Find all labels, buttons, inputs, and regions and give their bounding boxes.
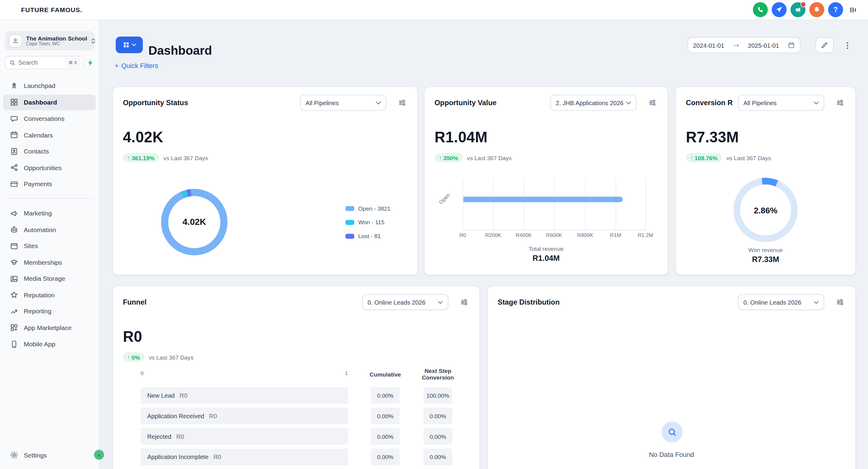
y-axis-label: Open — [438, 192, 451, 205]
metric-delta-row: ↑350% vs Last 367 Days — [435, 153, 512, 162]
quick-filters-link[interactable]: + Quick Filters — [115, 62, 158, 70]
sidebar-item-automation[interactable]: Automation — [3, 222, 96, 237]
workspace-logo-button[interactable] — [847, 2, 859, 17]
announcements-button[interactable] — [790, 2, 805, 17]
no-data-icon — [661, 421, 683, 443]
sidebar-item-payments[interactable]: Payments — [3, 176, 96, 192]
card-icon — [10, 180, 18, 188]
card-footer: Won revenue R7.33M — [676, 246, 855, 264]
stage-name: Rejected — [147, 433, 172, 440]
sidebar-item-reporting[interactable]: Reporting — [3, 303, 96, 319]
sidebar-item-launchpad[interactable]: Launchpad — [3, 78, 96, 93]
phone-dialer-button[interactable] — [753, 2, 768, 17]
x-tick: R600K — [546, 232, 562, 238]
date-to[interactable]: 2025-01-01 — [748, 42, 779, 48]
sidebar-collapse-button[interactable]: ‹ — [94, 450, 104, 460]
chevron-down-icon — [626, 101, 631, 105]
axis-max-label: 1 — [345, 370, 348, 376]
quick-filters-label: Quick Filters — [121, 62, 158, 70]
sidebar-item-dashboard[interactable]: Dashboard — [3, 95, 96, 110]
stage-value: R0 — [180, 392, 188, 399]
sliders-icon — [460, 298, 468, 306]
topbar-actions: ? — [753, 2, 859, 17]
card-title: Opportunity Value — [435, 98, 497, 107]
launcher-button[interactable] — [772, 2, 786, 17]
date-range-picker[interactable]: 2024-01-01 2025-01-01 — [687, 37, 800, 53]
sidebar-item-reputation[interactable]: Reputation — [3, 287, 96, 302]
card-opportunity-status: Opportunity Status All Pipelines 4.02K ↑… — [112, 86, 418, 275]
funnel-row[interactable]: Rejected R0 — [141, 428, 348, 445]
phone-icon — [757, 6, 764, 13]
funnel-row[interactable]: Application Incomplete R0 — [141, 449, 348, 465]
sidebar-item-settings[interactable]: Settings — [3, 447, 96, 463]
sidebar-item-label: Opportunities — [24, 164, 62, 171]
account-name: The Animation School — [26, 35, 87, 41]
funnel-row[interactable]: New Lead R0 — [141, 387, 348, 404]
pipeline-select-value: 0. Online Leads 2026 — [368, 299, 426, 305]
column-header-cumulative: Cumulative — [362, 371, 409, 378]
metric-delta-row: ↑361.19% vs Last 367 Days — [123, 153, 208, 162]
chevron-left-icon: ‹ — [98, 452, 100, 458]
sidebar-item-marketing[interactable]: Marketing — [3, 205, 96, 221]
footer-value: R1.04M — [425, 254, 668, 262]
sidebar-item-label: Sites — [24, 243, 38, 249]
sidebar-item-app-marketplace[interactable]: App Marketplace — [3, 320, 96, 335]
pipeline-select[interactable]: 0. Online Leads 2026 — [738, 294, 824, 310]
stage-name: New Lead — [147, 392, 175, 399]
dashboard-switcher-button[interactable] — [116, 36, 143, 53]
more-options-button[interactable]: ⋮ — [841, 37, 854, 53]
chart-settings-button[interactable] — [398, 98, 406, 107]
edit-dashboard-button[interactable] — [815, 37, 834, 53]
pencil-icon — [821, 41, 828, 49]
chevron-down-icon — [814, 101, 818, 105]
notifications-button[interactable] — [809, 2, 824, 17]
chart-settings-button[interactable] — [836, 98, 844, 107]
search-placeholder: Search — [18, 59, 63, 66]
sidebar-item-opportunities[interactable]: Opportunities — [3, 160, 96, 175]
sidebar-item-calendars[interactable]: Calendars — [3, 127, 96, 143]
chart-settings-button[interactable] — [836, 298, 844, 306]
chart-settings-button[interactable] — [460, 298, 468, 306]
column-header-next-step: Next Step Conversion — [415, 367, 461, 380]
workspace-logo-icon — [849, 6, 857, 13]
compare-label: vs Last 367 Days — [149, 354, 194, 360]
sidebar-item-label: App Marketplace — [24, 324, 71, 331]
compare-label: vs Last 367 Days — [467, 154, 512, 161]
sidebar-item-label: Reporting — [24, 308, 51, 315]
sidebar-item-conversations[interactable]: Conversations — [3, 111, 96, 126]
footer-label: Total revenue — [425, 245, 668, 252]
image-icon — [10, 274, 18, 283]
no-data-text: No Data Found — [488, 451, 855, 459]
search-input[interactable]: Search ⌘ K — [5, 56, 83, 69]
chevron-down-icon — [131, 43, 136, 47]
metric-value: 4.02K — [123, 129, 163, 146]
stage-value: R0 — [214, 453, 221, 460]
gear-icon — [10, 451, 18, 459]
pipeline-select[interactable]: All Pipelines — [738, 95, 824, 111]
legend-swatch — [345, 234, 354, 238]
sidebar-item-contacts[interactable]: Contacts — [3, 144, 96, 159]
rocket-icon — [10, 82, 18, 90]
sidebar-item-sites[interactable]: Sites — [3, 238, 96, 254]
pipeline-select[interactable]: All Pipelines — [300, 95, 386, 111]
chart-settings-button[interactable] — [648, 98, 656, 107]
card-title: Opportunity Status — [123, 98, 188, 107]
stage-value: R0 — [209, 413, 217, 419]
delta-badge: ↑108.76% — [686, 153, 722, 162]
pipeline-select[interactable]: 2. JHB Applications 2026 — [550, 95, 637, 111]
sidebar-item-label: Media Storage — [24, 275, 65, 282]
sidebar-item-label: Dashboard — [24, 99, 57, 106]
pipeline-select[interactable]: 0. Online Leads 2026 — [362, 294, 448, 310]
sidebar-item-mobile-app[interactable]: Mobile App — [3, 336, 96, 352]
spark-icon[interactable] — [87, 59, 94, 66]
funnel-row[interactable]: Application Received R0 — [141, 408, 348, 424]
sidebar-item-media-storage[interactable]: Media Storage — [3, 271, 96, 286]
help-button[interactable]: ? — [828, 2, 843, 17]
x-tick: R200K — [485, 232, 501, 238]
card-title: Conversion R — [686, 98, 733, 107]
search-row: Search ⌘ K — [5, 56, 94, 69]
account-switcher[interactable]: The Animation School Cape Town, WC — [5, 31, 94, 51]
phone-icon — [10, 340, 18, 348]
date-from[interactable]: 2024-01-01 — [693, 42, 724, 48]
sidebar-item-memberships[interactable]: Memberships — [3, 255, 96, 270]
